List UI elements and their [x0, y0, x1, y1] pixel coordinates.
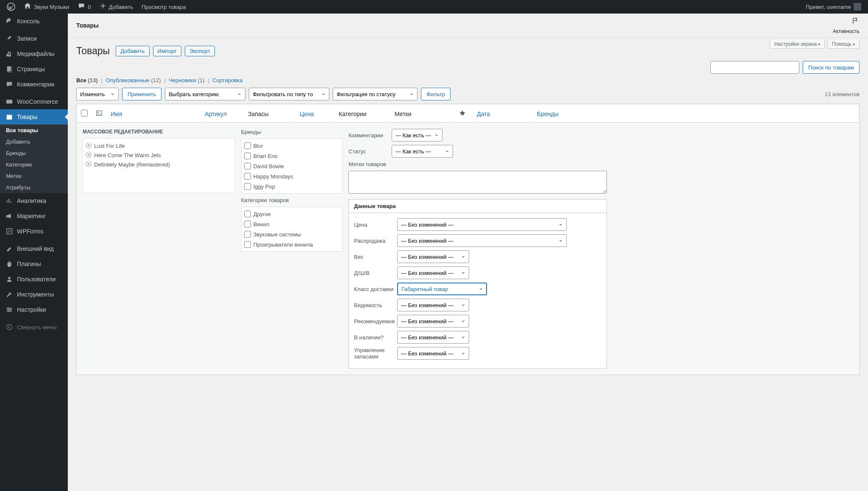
sidebar-item-marketing[interactable]: Маркетинг [0, 208, 68, 224]
sidebar-item-plugins[interactable]: Плагины [0, 256, 68, 272]
product-data-panel: Данные товара Цена — Без изменений — Рас… [348, 199, 607, 369]
collapse-label: Свернуть меню [17, 324, 57, 330]
product-tags-textarea[interactable] [348, 171, 607, 194]
sale-select[interactable]: — Без изменений — [397, 234, 567, 247]
bulk-action-select[interactable]: Изменить [76, 88, 119, 100]
import-button[interactable]: Импорт [153, 46, 181, 56]
sidebar-item-products[interactable]: Товары [0, 109, 68, 125]
submenu-tags[interactable]: Метки [0, 170, 68, 182]
in-stock-select[interactable]: — Без изменений — [397, 331, 469, 344]
thumb-column-header [92, 105, 106, 123]
brand-checkbox[interactable] [244, 183, 251, 190]
comments-select[interactable]: — Как есть — [392, 129, 442, 141]
sidebar-item-settings[interactable]: Настройки [0, 302, 68, 317]
submenu-attributes[interactable]: Атрибуты [0, 182, 68, 193]
brand-checkbox[interactable] [244, 173, 251, 180]
submenu-categories[interactable]: Категории [0, 159, 68, 170]
view-product-link[interactable]: Просмотр товара [138, 0, 189, 14]
comments-link[interactable]: 0 [74, 0, 94, 14]
date-column-header[interactable]: Дата [473, 105, 533, 123]
pin-icon [5, 34, 14, 43]
shipping-class-select[interactable]: Габаритный товар [397, 283, 487, 295]
sidebar-item-media[interactable]: Медиафайлы [0, 46, 68, 61]
site-name-link[interactable]: Звуки Музыки [20, 0, 72, 14]
view-drafts[interactable]: Черновики (1) [169, 77, 206, 83]
name-column-header[interactable]: Имя [107, 105, 200, 123]
visibility-select[interactable]: — Без изменений — [397, 299, 469, 311]
screen-options-toggle[interactable]: Настройки экрана [770, 40, 825, 49]
categories-label: Категории товаров [241, 197, 343, 203]
view-filters: Все (13) | Опубликованные (12) | Чернови… [76, 77, 860, 83]
sidebar-item-analytics[interactable]: Аналитика [0, 193, 68, 208]
price-select[interactable]: — Без изменений — [397, 218, 567, 231]
in-stock-label: В наличии? [354, 334, 395, 341]
sidebar-collapse[interactable]: Свернуть меню [0, 319, 68, 335]
search-input[interactable] [710, 61, 799, 74]
activity-label: Активность [833, 28, 860, 34]
filter-category-select[interactable]: Выбрать категорию [165, 88, 245, 100]
manage-stock-select[interactable]: — Без изменений — [397, 347, 469, 360]
select-all-checkbox[interactable] [81, 110, 88, 117]
woocommerce-icon [5, 97, 14, 106]
sidebar-item-tools[interactable]: Инструменты [0, 287, 68, 302]
dimensions-select[interactable]: — Без изменений — [397, 266, 469, 279]
featured-select[interactable]: — Без изменений — [397, 315, 469, 327]
brand-checkbox[interactable] [244, 163, 251, 169]
sidebar-item-posts[interactable]: Записи [0, 31, 68, 46]
remove-item-icon[interactable]: ⓧ [86, 151, 92, 159]
brand-option[interactable]: David Bowie [244, 161, 340, 171]
price-column-header[interactable]: Цена [296, 105, 334, 123]
brand-checkbox[interactable] [244, 153, 251, 159]
category-option[interactable]: Другое [244, 209, 340, 219]
brand-option[interactable]: Brian Eno [244, 151, 340, 161]
sidebar-item-woocommerce[interactable]: WooCommerce [0, 94, 68, 109]
add-new-link[interactable]: Добавить [96, 0, 136, 14]
sidebar-item-comments[interactable]: Комментарии [0, 77, 68, 92]
filter-status-select[interactable]: Фильтрация по статусу [333, 88, 417, 100]
weight-select[interactable]: — Без изменений — [397, 250, 469, 263]
submenu-brands[interactable]: Бренды [0, 147, 68, 159]
brand-checkbox[interactable] [244, 142, 251, 149]
sidebar-item-users[interactable]: Пользователи [0, 272, 68, 287]
sidebar-label: Пользователи [17, 276, 56, 283]
brand-option[interactable]: Happy Mondays [244, 171, 340, 181]
sidebar-item-pages[interactable]: Страницы [0, 61, 68, 77]
category-checkbox[interactable] [244, 211, 251, 217]
category-option[interactable]: Винил [244, 219, 340, 229]
view-published[interactable]: Опубликованные (12) [106, 77, 162, 83]
category-checkbox[interactable] [244, 241, 251, 248]
apply-bulk-action-button[interactable]: Применить [122, 88, 161, 100]
sku-column-header[interactable]: Артикул [201, 105, 244, 123]
sidebar-item-wpforms[interactable]: WPForms [0, 224, 68, 239]
category-checkbox[interactable] [244, 221, 251, 227]
add-product-button[interactable]: Добавить [116, 46, 149, 56]
contextual-help-toggle[interactable]: Помощь [827, 40, 860, 49]
category-option[interactable]: Звуковые системы [244, 229, 340, 239]
category-option[interactable]: Проигрыватели винила [244, 239, 340, 250]
submenu-add-product[interactable]: Добавить [0, 136, 68, 147]
sidebar-label: Страницы [17, 66, 45, 72]
brands-column-header[interactable]: Бренды [534, 105, 858, 123]
remove-item-icon[interactable]: ⓧ [86, 142, 92, 150]
appearance-icon [5, 244, 14, 253]
view-sorting[interactable]: Сортировка [212, 77, 242, 83]
status-select[interactable]: — Как есть — [392, 145, 453, 158]
svg-point-13 [8, 311, 9, 312]
add-new-label: Добавить [109, 4, 133, 10]
search-products-button[interactable]: Поиск по товарам [803, 61, 860, 74]
filter-button[interactable]: Фильтр [421, 88, 451, 100]
filter-type-select[interactable]: Фильтровать по типу то [249, 88, 329, 100]
export-button[interactable]: Экспорт [185, 46, 215, 56]
sidebar-item-dashboard[interactable]: Консоль [0, 14, 68, 29]
howdy-link[interactable]: Привет, username [802, 0, 865, 14]
wc-header-activity[interactable]: Активность [833, 14, 860, 34]
brand-option[interactable]: Iggy Pop [244, 181, 340, 191]
submenu-all-products[interactable]: Все товары [0, 125, 68, 136]
svg-rect-4 [7, 115, 12, 119]
sidebar-item-appearance[interactable]: Внешний вид [0, 241, 68, 256]
remove-item-icon[interactable]: ⓧ [86, 161, 92, 168]
wp-logo-link[interactable] [3, 0, 19, 14]
view-all[interactable]: Все (13) [76, 77, 99, 83]
brand-option[interactable]: Blur [244, 141, 340, 151]
category-checkbox[interactable] [244, 231, 251, 238]
